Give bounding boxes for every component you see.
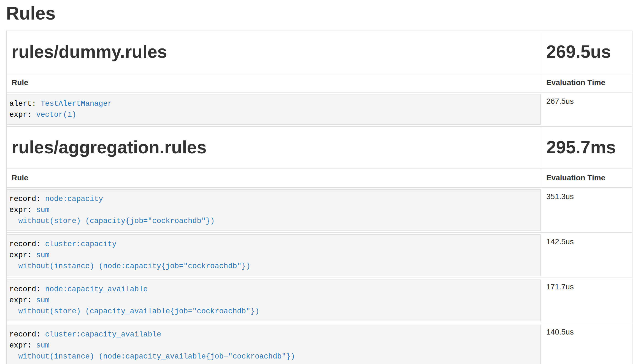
rule-code-link[interactable]: vector(1) xyxy=(36,111,76,119)
code-line: record: cluster:capacity xyxy=(9,239,538,250)
rule-code-text: record: xyxy=(9,330,45,339)
rule-group-header-row: rules/aggregation.rules 295.7ms xyxy=(6,126,632,168)
rule-evaluation-time: 140.5us xyxy=(541,323,632,364)
rule-group-file-name: rules/dummy.rules xyxy=(12,42,536,61)
rule-code-text: record: xyxy=(9,195,45,203)
code-line: expr: sum xyxy=(9,205,538,216)
rule-code-link[interactable]: node:capacity xyxy=(45,195,103,203)
rule-code-link[interactable]: without(store) (capacity{job="cockroachd… xyxy=(18,217,215,225)
rule-group-total-cell: 269.5us xyxy=(541,31,632,73)
rule-code-text: alert: xyxy=(9,100,40,108)
rule-row: alert: TestAlertManagerexpr: vector(1) 2… xyxy=(6,92,632,126)
rule-code-text xyxy=(9,262,18,270)
rule-snippet: alert: TestAlertManagerexpr: vector(1) xyxy=(7,94,541,125)
rule-cell: alert: TestAlertManagerexpr: vector(1) xyxy=(6,92,541,126)
rule-cell: record: node:capacityexpr: sum without(s… xyxy=(6,188,541,233)
evaluation-time-column-header: Evaluation Time xyxy=(541,73,632,92)
code-line: record: node:capacity xyxy=(9,194,538,205)
rule-code-text xyxy=(9,217,18,225)
rule-code-link[interactable]: cluster:capacity xyxy=(45,240,117,248)
rule-snippet: record: node:capacity_availableexpr: sum… xyxy=(7,279,541,321)
code-line: without(instance) (node:capacity_availab… xyxy=(9,351,538,362)
rule-code-link[interactable]: cluster:capacity_available xyxy=(45,330,161,339)
code-line: record: cluster:capacity_available xyxy=(9,329,538,340)
code-line: expr: sum xyxy=(9,340,538,351)
code-line: record: node:capacity_available xyxy=(9,284,538,295)
evaluation-time-column-header: Evaluation Time xyxy=(541,168,632,188)
rule-evaluation-time: 142.5us xyxy=(541,233,632,278)
rule-snippet: record: cluster:capacity_availableexpr: … xyxy=(7,325,541,364)
rule-group-total-evaluation-time: 295.7ms xyxy=(546,138,627,157)
code-line: alert: TestAlertManager xyxy=(9,98,538,109)
code-line: without(instance) (node:capacity{job="co… xyxy=(9,261,538,272)
code-line: without(store) (capacity_available{job="… xyxy=(9,306,538,317)
rules-table: rules/dummy.rules 269.5us Rule Evaluatio… xyxy=(6,31,632,364)
rule-group-file-cell: rules/aggregation.rules xyxy=(6,126,541,168)
rules-page: Rules rules/dummy.rules 269.5us Rule Eva… xyxy=(0,4,638,364)
rule-code-link[interactable]: sum xyxy=(36,341,50,350)
rule-code-text xyxy=(9,352,18,361)
rule-column-header: Rule xyxy=(6,73,541,92)
rule-code-link[interactable]: sum xyxy=(36,296,50,305)
rule-snippet: record: cluster:capacityexpr: sum withou… xyxy=(7,234,541,276)
rule-code-link[interactable]: node:capacity_available xyxy=(45,285,148,294)
rule-code-text: expr: xyxy=(9,206,36,214)
rule-group-file-name: rules/aggregation.rules xyxy=(12,138,536,157)
code-line: expr: sum xyxy=(9,295,538,306)
rule-group-header-row: rules/dummy.rules 269.5us xyxy=(6,31,632,73)
rule-group-total-cell: 295.7ms xyxy=(541,126,632,168)
rule-code-text: record: xyxy=(9,240,45,248)
code-line: without(store) (capacity{job="cockroachd… xyxy=(9,216,538,227)
rule-group-file-cell: rules/dummy.rules xyxy=(6,31,541,73)
rule-cell: record: cluster:capacityexpr: sum withou… xyxy=(6,233,541,278)
rule-code-text: expr: xyxy=(9,296,36,305)
rule-evaluation-time: 171.7us xyxy=(541,278,632,323)
rule-code-link[interactable]: without(instance) (node:capacity_availab… xyxy=(18,352,295,361)
rule-row: record: cluster:capacityexpr: sum withou… xyxy=(6,233,632,278)
rule-code-text: expr: xyxy=(9,111,36,119)
code-line: expr: sum xyxy=(9,250,538,261)
page-title: Rules xyxy=(6,4,632,23)
rule-code-link[interactable]: sum xyxy=(36,206,50,214)
rule-row: record: cluster:capacity_availableexpr: … xyxy=(6,323,632,364)
rule-code-text xyxy=(9,307,18,316)
rule-row: record: node:capacityexpr: sum without(s… xyxy=(6,188,632,233)
rule-cell: record: node:capacity_availableexpr: sum… xyxy=(6,278,541,323)
rule-code-link[interactable]: TestAlertManager xyxy=(40,100,112,108)
code-line: expr: vector(1) xyxy=(9,109,538,120)
rule-row: record: node:capacity_availableexpr: sum… xyxy=(6,278,632,323)
rule-code-text: expr: xyxy=(9,251,36,259)
rule-cell: record: cluster:capacity_availableexpr: … xyxy=(6,323,541,364)
rule-code-link[interactable]: without(store) (capacity_available{job="… xyxy=(18,307,259,316)
rule-column-header: Rule xyxy=(6,168,541,188)
rule-evaluation-time: 267.5us xyxy=(541,92,632,126)
rule-snippet: record: node:capacityexpr: sum without(s… xyxy=(7,189,541,231)
rule-code-text: expr: xyxy=(9,341,36,350)
rule-code-link[interactable]: sum xyxy=(36,251,50,259)
rule-code-link[interactable]: without(instance) (node:capacity{job="co… xyxy=(18,262,250,270)
column-header-row: Rule Evaluation Time xyxy=(6,73,632,92)
rule-code-text: record: xyxy=(9,285,45,294)
rule-group-total-evaluation-time: 269.5us xyxy=(546,42,627,61)
column-header-row: Rule Evaluation Time xyxy=(6,168,632,188)
rule-evaluation-time: 351.3us xyxy=(541,188,632,233)
